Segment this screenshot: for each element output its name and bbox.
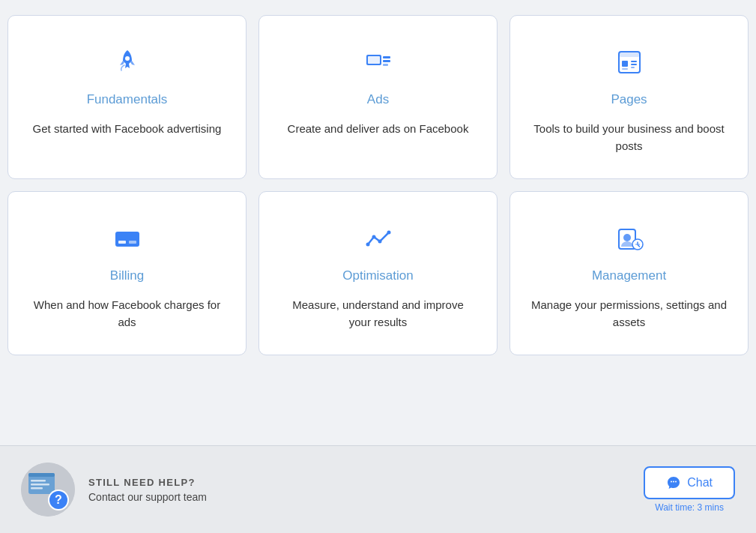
pages-icon xyxy=(613,43,646,82)
svg-rect-11 xyxy=(631,67,635,68)
svg-rect-8 xyxy=(622,61,628,67)
footer: ? STILL NEED HELP? Contact our support t… xyxy=(0,445,756,533)
svg-rect-14 xyxy=(115,235,139,239)
svg-rect-30 xyxy=(31,484,49,486)
footer-text-block: STILL NEED HELP? Contact our support tea… xyxy=(88,477,207,503)
svg-rect-4 xyxy=(383,60,390,62)
svg-rect-29 xyxy=(31,480,46,482)
card-title-ads: Ads xyxy=(367,92,389,107)
svg-rect-15 xyxy=(118,241,126,244)
svg-rect-12 xyxy=(622,68,628,70)
card-desc-pages: Tools to build your business and boost p… xyxy=(531,121,727,154)
card-desc-ads: Create and deliver ads on Facebook xyxy=(288,121,469,138)
svg-rect-28 xyxy=(28,473,55,477)
ads-icon xyxy=(362,43,395,82)
svg-point-18 xyxy=(372,235,375,239)
svg-text:?: ? xyxy=(55,493,62,506)
svg-point-0 xyxy=(125,56,130,61)
card-fundamentals[interactable]: Fundamentals Get started with Facebook a… xyxy=(7,15,247,179)
footer-subtext: Contact our support team xyxy=(88,491,207,503)
card-title-fundamentals: Fundamentals xyxy=(87,92,168,107)
card-billing[interactable]: Billing When and how Facebook charges fo… xyxy=(7,191,247,355)
svg-rect-9 xyxy=(631,61,637,62)
chat-button[interactable]: Chat xyxy=(644,466,735,499)
card-pages[interactable]: Pages Tools to build your business and b… xyxy=(509,15,749,179)
optimisation-icon xyxy=(362,219,395,258)
footer-heading: STILL NEED HELP? xyxy=(88,477,207,488)
svg-rect-5 xyxy=(383,64,388,66)
svg-point-17 xyxy=(366,243,369,247)
svg-point-20 xyxy=(387,231,390,235)
svg-point-22 xyxy=(623,234,631,241)
card-title-billing: Billing xyxy=(110,268,144,283)
svg-point-19 xyxy=(378,240,381,244)
chat-icon xyxy=(666,475,681,490)
card-title-pages: Pages xyxy=(611,92,647,107)
svg-point-25 xyxy=(638,244,640,245)
wait-time: Wait time: 3 mins xyxy=(655,502,724,513)
chat-label: Chat xyxy=(687,476,713,490)
main-content: Fundamentals Get started with Facebook a… xyxy=(0,0,756,385)
avatar: ? xyxy=(21,463,75,517)
svg-rect-10 xyxy=(631,64,637,65)
footer-left: ? STILL NEED HELP? Contact our support t… xyxy=(21,463,207,517)
svg-rect-31 xyxy=(31,487,43,490)
chat-button-container: Chat Wait time: 3 mins xyxy=(644,466,735,513)
card-desc-management: Manage your permissions, settings and as… xyxy=(531,297,727,331)
card-ads[interactable]: Ads Create and deliver ads on Facebook xyxy=(258,15,498,179)
card-grid: Fundamentals Get started with Facebook a… xyxy=(7,15,749,355)
svg-rect-2 xyxy=(368,56,380,64)
svg-rect-16 xyxy=(129,241,136,244)
card-desc-fundamentals: Get started with Facebook advertising xyxy=(33,121,222,138)
card-desc-billing: When and how Facebook charges for ads xyxy=(29,297,225,331)
billing-icon xyxy=(111,219,144,258)
rocket-icon xyxy=(111,43,144,82)
svg-rect-3 xyxy=(383,56,390,58)
svg-rect-7 xyxy=(619,52,640,57)
management-icon xyxy=(613,219,646,258)
card-desc-optimisation: Measure, understand and improve your res… xyxy=(280,297,476,331)
card-optimisation[interactable]: Optimisation Measure, understand and imp… xyxy=(258,191,498,355)
card-title-management: Management xyxy=(592,268,666,283)
svg-point-24 xyxy=(635,244,637,245)
card-title-optimisation: Optimisation xyxy=(342,268,413,283)
card-management[interactable]: Management Manage your permissions, sett… xyxy=(509,191,749,355)
